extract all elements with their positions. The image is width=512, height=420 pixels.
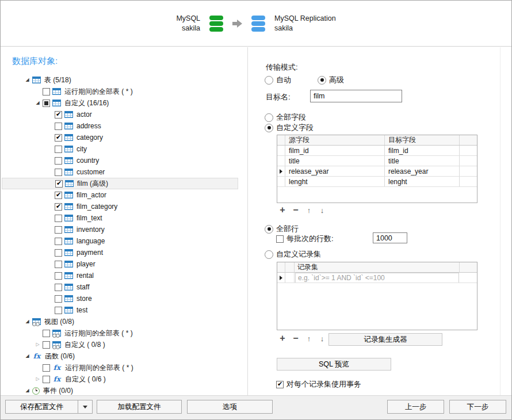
- radio-custom-recordset[interactable]: [265, 250, 273, 259]
- tree-item-customer[interactable]: customer: [2, 166, 238, 178]
- add-icon[interactable]: [278, 205, 287, 215]
- tree-item-自定义-16-16[interactable]: 自定义 (16/16): [2, 97, 238, 109]
- tree-checkbox[interactable]: [55, 123, 62, 130]
- tree-checkbox[interactable]: [55, 261, 62, 268]
- sql-preview-button[interactable]: SQL 预览: [277, 358, 391, 371]
- radio-rows-all[interactable]: [265, 225, 273, 234]
- source-field-cell[interactable]: lenght: [285, 177, 385, 186]
- tree-item-视图-0-8[interactable]: 视图 (0/8): [2, 316, 238, 327]
- tree-checkbox[interactable]: [55, 307, 62, 314]
- custom-recordset-option[interactable]: 自定义记录集: [265, 249, 321, 259]
- tree-checkbox[interactable]: [55, 295, 62, 303]
- mode-advanced-option[interactable]: 高级: [318, 75, 344, 85]
- expander-expanded-icon[interactable]: [22, 354, 32, 358]
- tree-item-address[interactable]: address: [2, 120, 238, 132]
- target-field-cell[interactable]: lenght: [385, 177, 460, 186]
- field-row[interactable]: titletitle: [277, 156, 477, 166]
- tree-item-函数-0-6[interactable]: fx函数 (0/6): [2, 350, 238, 362]
- tree-item-运行期间的全部表[interactable]: fx运行期间的全部表 ( * ): [2, 362, 238, 373]
- remove-icon[interactable]: [291, 334, 300, 343]
- tree-checkbox[interactable]: [43, 376, 50, 383]
- tree-item-事件-0-0[interactable]: 事件 (0/0): [2, 385, 238, 396]
- tree-item-test[interactable]: test: [2, 304, 238, 316]
- tree-item-payment[interactable]: payment: [2, 247, 238, 258]
- tree-item-inventory[interactable]: inventory: [2, 224, 238, 235]
- next-step-button[interactable]: 下一步: [449, 400, 506, 414]
- tree-checkbox[interactable]: [43, 364, 50, 372]
- batch-rows-checkbox[interactable]: [276, 235, 284, 243]
- target-field-cell[interactable]: title: [385, 156, 460, 166]
- tree-item-rental[interactable]: rental: [2, 270, 238, 281]
- recordset-row[interactable]: e.g. `id`>= 1 AND `id` <=100: [277, 273, 477, 283]
- move-up-icon[interactable]: [304, 205, 314, 215]
- tree-checkbox[interactable]: [43, 100, 50, 107]
- tree-checkbox[interactable]: [55, 192, 62, 199]
- target-field-cell[interactable]: release_year: [385, 166, 460, 176]
- tree-checkbox[interactable]: [55, 134, 62, 142]
- tree-checkbox[interactable]: [55, 284, 62, 291]
- tree-item-staff[interactable]: staff: [2, 281, 238, 293]
- save-profile-button[interactable]: 保存配置文件: [5, 400, 93, 414]
- move-down-icon[interactable]: [318, 205, 327, 215]
- expander-expanded-icon[interactable]: [22, 319, 32, 324]
- transaction-checkbox[interactable]: [276, 381, 284, 388]
- radio-auto[interactable]: [265, 76, 273, 85]
- tree-item-自定义-0-8[interactable]: 自定义 ( 0/8 ): [2, 339, 238, 350]
- chevron-down-icon[interactable]: [78, 400, 92, 413]
- tree-checkbox[interactable]: [55, 272, 62, 280]
- tree-checkbox[interactable]: [55, 180, 63, 188]
- tree-item-actor[interactable]: actor: [2, 109, 238, 120]
- source-field-cell[interactable]: title: [285, 156, 385, 166]
- tree-item-category[interactable]: category: [2, 132, 238, 143]
- remove-icon[interactable]: [291, 205, 300, 215]
- tree-checkbox[interactable]: [55, 249, 62, 257]
- tree-checkbox[interactable]: [55, 215, 62, 222]
- field-mapping-table[interactable]: 源字段 目标字段 film_idfilm_idtitletitlerelease…: [277, 135, 477, 203]
- expander-expanded-icon[interactable]: [33, 101, 43, 105]
- field-row[interactable]: release_yearrelease_year: [277, 166, 477, 177]
- tree-item-运行期间的全部表[interactable]: 运行期间的全部表 ( * ): [2, 327, 238, 339]
- radio-fields-all[interactable]: [265, 113, 273, 122]
- tree-checkbox[interactable]: [43, 341, 50, 349]
- tree-checkbox[interactable]: [55, 238, 62, 245]
- tree-item-store[interactable]: store: [2, 293, 238, 304]
- add-icon[interactable]: [278, 334, 287, 343]
- tree-item-film_category[interactable]: film_category: [2, 201, 238, 212]
- tree-item-自定义-0-6[interactable]: fx自定义 ( 0/6 ): [2, 373, 238, 385]
- tree-checkbox[interactable]: [55, 111, 62, 119]
- source-field-cell[interactable]: film_id: [285, 146, 385, 155]
- source-field-cell[interactable]: release_year: [285, 166, 385, 176]
- tree-checkbox[interactable]: [43, 330, 50, 337]
- mode-auto-option[interactable]: 自动: [265, 75, 291, 85]
- tree-item-country[interactable]: country: [2, 155, 238, 166]
- tree-item-city[interactable]: city: [2, 143, 238, 155]
- transaction-option[interactable]: 对每个记录集使用事务: [276, 379, 361, 390]
- recordset-table[interactable]: 记录集 e.g. `id`>= 1 AND `id` <=100: [277, 262, 477, 330]
- previous-step-button[interactable]: 上一步: [387, 400, 444, 414]
- field-row[interactable]: lenghtlenght: [277, 177, 477, 187]
- recordset-placeholder[interactable]: e.g. `id`>= 1 AND `id` <=100: [295, 273, 459, 282]
- tree-checkbox[interactable]: [55, 157, 62, 165]
- expander-expanded-icon[interactable]: [22, 388, 32, 393]
- load-profile-button[interactable]: 加载配置文件: [97, 400, 182, 414]
- tree-item-film_text[interactable]: film_text: [2, 212, 238, 224]
- tree-item-film_actor[interactable]: film_actor: [2, 189, 238, 201]
- batch-rows-option[interactable]: 每批次的行数:: [276, 234, 334, 244]
- target-name-input[interactable]: [310, 90, 402, 102]
- field-row[interactable]: film_idfilm_id: [277, 146, 477, 156]
- expander-expanded-icon[interactable]: [22, 78, 32, 82]
- radio-advanced[interactable]: [318, 76, 326, 85]
- tree-checkbox[interactable]: [55, 169, 62, 176]
- rows-all-option[interactable]: 全部行: [265, 224, 299, 234]
- expander-collapsed-icon[interactable]: [33, 342, 43, 347]
- tree-checkbox[interactable]: [55, 146, 62, 153]
- expander-collapsed-icon[interactable]: [33, 377, 43, 381]
- batch-rows-input[interactable]: [373, 232, 407, 243]
- recordset-cell[interactable]: e.g. `id`>= 1 AND `id` <=100: [295, 273, 460, 282]
- radio-fields-custom[interactable]: [265, 124, 273, 132]
- tree-checkbox[interactable]: [55, 203, 62, 211]
- options-button[interactable]: 选项: [187, 400, 273, 414]
- tree-item-language[interactable]: language: [2, 235, 238, 247]
- target-field-cell[interactable]: film_id: [385, 146, 460, 155]
- fields-custom-option[interactable]: 自定义字段: [265, 123, 314, 133]
